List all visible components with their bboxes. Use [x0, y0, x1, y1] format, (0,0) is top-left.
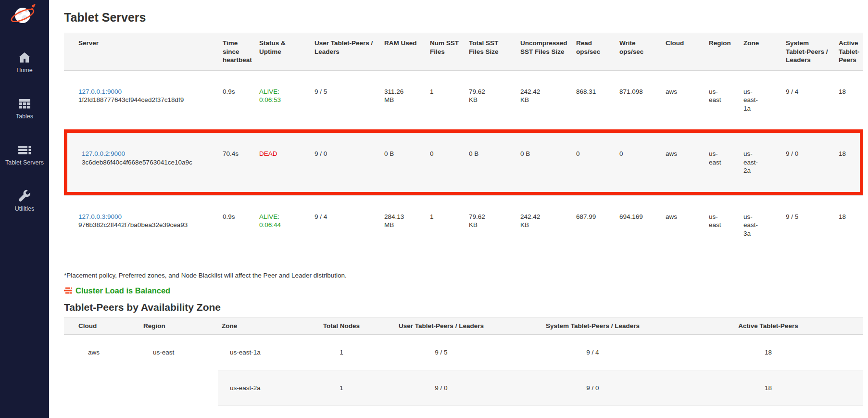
balance-icon: [64, 287, 72, 294]
column-header-user-peers: User Tablet-Peers / Leaders: [370, 317, 512, 335]
cell-cloud: aws: [64, 335, 139, 418]
sidebar-nav: Home Tables Tablet Servers Utilities: [0, 46, 49, 231]
column-header-region: Region: [705, 33, 740, 71]
cell-total-nodes: 1: [313, 405, 370, 418]
tables-grid-icon: [18, 97, 31, 111]
column-header-cloud: Cloud: [64, 317, 139, 335]
cell-system-peers: 9 / 5: [782, 195, 835, 255]
cell-user-peers: 9 / 5: [311, 71, 380, 130]
cell-unc-sst-size: 242.42 KB: [516, 195, 572, 255]
column-header-server: Server: [64, 33, 219, 71]
column-header-write-ops: Write ops/sec: [616, 33, 662, 71]
column-header-system-peers: System Tablet-Peers / Leaders: [782, 33, 835, 71]
page-title: Tablet Servers: [64, 10, 868, 25]
cell-status: ALIVE:0:06:53: [255, 71, 311, 130]
main-content: Tablet Servers Server Time since heartbe…: [49, 0, 868, 418]
column-header-ram: RAM Used: [380, 33, 426, 71]
cell-zone: us-east-3a: [218, 405, 313, 418]
sidebar-item-home[interactable]: Home: [0, 46, 49, 92]
table-header-row: Cloud Region Zone Total Nodes User Table…: [64, 317, 863, 335]
cell-heartbeat: 0.9s: [219, 195, 255, 255]
cell-cloud: aws: [662, 71, 705, 130]
cell-ram: 0 B: [380, 129, 426, 195]
utilities-wrench-icon: [18, 190, 31, 203]
cell-zone: us-east-1a: [740, 71, 782, 130]
cell-total-nodes: 1: [313, 370, 370, 405]
sidebar-item-tablet-servers[interactable]: Tablet Servers: [0, 139, 49, 185]
yugabyte-logo[interactable]: [10, 4, 39, 26]
column-header-active-peers: Active Tablet-Peers: [673, 317, 863, 335]
sidebar-item-label: Home: [16, 67, 32, 74]
server-link[interactable]: 127.0.0.3:9000: [78, 213, 122, 220]
cell-ram: 284.13 MB: [380, 195, 426, 255]
column-header-zone: Zone: [740, 33, 782, 71]
cell-system-peers: 9 / 0: [512, 370, 673, 405]
column-header-status: Status & Uptime: [255, 33, 311, 71]
cell-zone: us-east-3a: [740, 195, 782, 255]
cell-active-peers: 18: [673, 405, 863, 418]
column-header-cloud: Cloud: [662, 33, 705, 71]
sidebar-item-label: Tablet Servers: [5, 159, 44, 166]
server-link[interactable]: 127.0.0.1:9000: [78, 88, 122, 95]
column-header-system-peers: System Tablet-Peers / Leaders: [512, 317, 673, 335]
cell-cloud: aws: [662, 195, 705, 255]
cell-status: ALIVE:0:06:44: [255, 195, 311, 255]
cell-system-peers: 9 / 4: [782, 71, 835, 130]
sidebar-item-tables[interactable]: Tables: [0, 92, 49, 139]
cell-total-nodes: 1: [313, 335, 370, 370]
cell-active-peers: 18: [835, 129, 863, 195]
server-uuid: 3c6deb86f40c4f668e5763041ce10a9c: [82, 158, 215, 167]
table-row-server-1: 127.0.0.1:9000 1f2fd188777643cf944ced2f3…: [64, 71, 863, 130]
cell-zone: us-east-2a: [740, 129, 782, 195]
cell-write-ops: 871.098: [616, 71, 662, 130]
cluster-load-balanced-text: Cluster Load is Balanced: [75, 286, 170, 295]
cell-region: us-east: [705, 71, 740, 130]
section-title-tablet-peers-by-az: Tablet-Peers by Availability Zone: [64, 301, 868, 313]
cell-active-peers: 18: [673, 370, 863, 405]
cell-sst-size: 0 B: [465, 129, 516, 195]
cell-heartbeat: 70.4s: [219, 129, 255, 195]
cell-active-peers: 18: [835, 71, 863, 130]
tablet-servers-table: Server Time since heartbeat Status & Upt…: [64, 33, 863, 254]
cell-read-ops: 0: [572, 129, 616, 195]
server-uuid: 976b382c2ff442f7ba0bea32e39cea93: [78, 221, 215, 229]
column-header-total-nodes: Total Nodes: [313, 317, 370, 335]
cell-read-ops: 868.31: [572, 71, 616, 130]
column-header-unc-sst-size: Uncompressed SST Files Size: [516, 33, 572, 71]
column-header-sst-size: Total SST Files Size: [465, 33, 516, 71]
cell-user-peers: 9 / 5: [370, 335, 512, 370]
cell-user-peers: 9 / 4: [311, 195, 380, 255]
cell-read-ops: 687.99: [572, 195, 616, 255]
cell-unc-sst-size: 242.42 KB: [516, 71, 572, 130]
sidebar-item-label: Tables: [16, 113, 33, 120]
column-header-region: Region: [139, 317, 218, 335]
cell-sst-size: 79.62 KB: [465, 195, 516, 255]
column-header-read-ops: Read ops/sec: [572, 33, 616, 71]
cell-num-sst: 0: [426, 129, 465, 195]
cell-active-peers: 18: [835, 195, 863, 255]
cell-region: us-east: [705, 129, 740, 195]
sidebar-item-utilities[interactable]: Utilities: [0, 185, 49, 231]
column-header-heartbeat: Time since heartbeat: [219, 33, 255, 71]
column-header-user-peers: User Tablet-Peers / Leaders: [311, 33, 380, 71]
cell-zone: us-east-1a: [218, 335, 313, 370]
column-header-zone: Zone: [218, 317, 313, 335]
cell-unc-sst-size: 0 B: [516, 129, 572, 195]
cell-num-sst: 1: [426, 195, 465, 255]
cell-zone: us-east-2a: [218, 370, 313, 405]
cell-region: us-east: [705, 195, 740, 255]
cell-user-peers: 9 / 0: [311, 129, 380, 195]
tablet-peers-by-zone-table: Cloud Region Zone Total Nodes User Table…: [64, 317, 863, 418]
table-row-server-2-dead-highlighted: 127.0.0.2:9000 3c6deb86f40c4f668e5763041…: [64, 129, 863, 195]
cell-write-ops: 0: [616, 129, 662, 195]
cell-write-ops: 694.169: [616, 195, 662, 255]
planet-rocket-logo-icon: [10, 4, 39, 26]
table-row-server-3: 127.0.0.3:9000 976b382c2ff442f7ba0bea32e…: [64, 195, 863, 255]
server-link[interactable]: 127.0.0.2:9000: [82, 150, 125, 157]
cell-num-sst: 1: [426, 71, 465, 130]
placement-policy-footnote: *Placement policy, Preferred zones, and …: [64, 272, 868, 279]
cell-region: us-east: [139, 335, 218, 418]
cell-sst-size: 79.62 KB: [465, 71, 516, 130]
cell-user-peers: 9 / 4: [370, 405, 512, 418]
server-uuid: 1f2fd188777643cf944ced2f37c18df9: [78, 96, 215, 104]
